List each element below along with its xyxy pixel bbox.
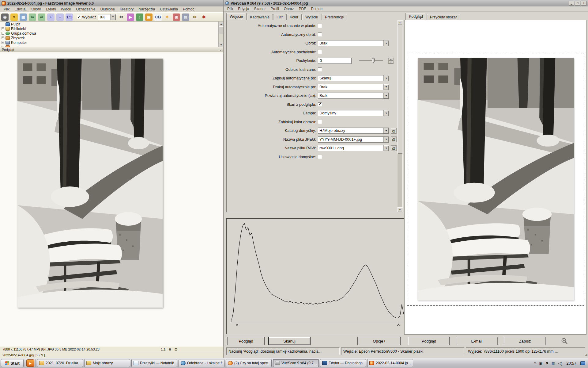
field-dropdown[interactable]: YYYY-MM-DD-0001+.jpg▼	[318, 136, 389, 143]
save-as-icon[interactable]: ▦	[20, 13, 27, 21]
settings-scrollbar[interactable]: ▲ ▼	[398, 20, 402, 212]
filename-token-button[interactable]: @	[391, 145, 397, 151]
menu-item[interactable]: Efekty	[43, 6, 58, 12]
menu-item[interactable]: Pomoc	[180, 6, 197, 12]
options-button[interactable]: Opcje+	[357, 337, 401, 345]
volume-icon[interactable]: ◁)	[558, 361, 562, 366]
dropdown-arrow-icon[interactable]: ▼	[383, 145, 389, 151]
tree-expander[interactable]: −	[2, 41, 4, 44]
menu-item[interactable]: Plik	[1, 6, 12, 12]
field-dropdown[interactable]: Brak▼	[318, 40, 389, 46]
preview-panel-header[interactable]: Podgląd ⌄	[0, 48, 223, 52]
tree-expander[interactable]: +	[2, 36, 4, 39]
acquire-scan-icon[interactable]: ▤	[182, 13, 189, 21]
spin-down-button[interactable]: ▼	[388, 61, 394, 64]
scan-button[interactable]: Skanuj	[268, 337, 311, 345]
scroll-thumb[interactable]	[219, 26, 223, 34]
preview-button[interactable]: Podgląd	[227, 337, 265, 345]
spin-up-button[interactable]: ▲	[388, 58, 394, 61]
hidden-icons-chevron[interactable]: ^	[534, 361, 536, 366]
tree-item[interactable]: + Biblioteki	[0, 26, 223, 31]
preview-button-right[interactable]: Podgląd	[408, 337, 450, 345]
task-button[interactable]: Edytor — Photoshop ...	[320, 359, 366, 367]
field-dropdown[interactable]: H:\Moje obrazy▼	[318, 128, 389, 134]
filename-token-button[interactable]: @	[391, 128, 397, 134]
tab[interactable]: Kolor	[286, 14, 302, 20]
menu-item[interactable]: Plik	[225, 6, 236, 12]
tree-item[interactable]: Pulpit	[0, 22, 223, 26]
field-checkbox[interactable]	[318, 120, 322, 124]
tree-item[interactable]: + Zbyszek	[0, 36, 223, 40]
actual-size-icon[interactable]: 1:1	[66, 13, 73, 21]
clock[interactable]: 20:57	[565, 361, 578, 366]
menu-item[interactable]: Ulubione	[98, 6, 117, 12]
field-checkbox[interactable]	[318, 24, 322, 28]
task-button[interactable]: Odebrane - Lokalne f...	[179, 359, 224, 367]
tree-item[interactable]: + Grupa domowa	[0, 31, 223, 36]
scroll-thumb[interactable]	[398, 25, 402, 154]
adjust-colors-icon[interactable]: CB	[154, 13, 162, 21]
menu-item[interactable]: PDF	[296, 6, 308, 12]
tree-expander[interactable]: +	[2, 32, 4, 35]
dropdown-arrow-icon[interactable]: ▼	[383, 40, 389, 46]
tab[interactable]: Preferencje	[322, 14, 347, 20]
field-checkbox[interactable]	[318, 102, 322, 106]
crop-selection-frame[interactable]	[407, 53, 584, 306]
field-spinner[interactable]: ▲▼	[388, 58, 394, 64]
zoom-in-preview-icon[interactable]	[559, 337, 570, 345]
menu-item[interactable]: Kreatory	[117, 6, 136, 12]
zoom-combo[interactable]: 8% ▼	[98, 14, 116, 20]
task-button[interactable]: (2) Czy sa tutaj spec...	[226, 359, 272, 367]
filename-token-button[interactable]: @	[391, 136, 397, 142]
task-button[interactable]: 2022-02-14-0004.jp...	[367, 359, 413, 367]
email-button[interactable]: E-mail	[456, 337, 498, 345]
scanned-photo[interactable]	[418, 58, 574, 301]
window-control-button[interactable]: ×	[581, 1, 586, 6]
window-control-button[interactable]: □	[575, 1, 580, 6]
field-dropdown[interactable]: raw0001+.dng▼	[318, 145, 389, 151]
dropdown-arrow-icon[interactable]: ▼	[383, 75, 389, 81]
photo-image[interactable]	[17, 59, 163, 308]
action-center-flag-icon[interactable]: ⚑	[545, 361, 549, 366]
slideshow-icon[interactable]: ▶	[127, 13, 134, 21]
start-button[interactable]: Start	[1, 359, 24, 367]
dropdown-arrow-icon[interactable]: ▼	[383, 93, 389, 98]
scanner-tray-icon[interactable]: ▣	[539, 361, 542, 366]
open-file-icon[interactable]: ◉	[1, 13, 9, 21]
scroll-up-button[interactable]: ▲	[219, 22, 223, 26]
field-dropdown[interactable]: Domyślny▼	[318, 110, 389, 116]
red-eye-icon[interactable]: ◉	[173, 13, 180, 21]
resize-icon[interactable]: ↕	[136, 13, 143, 21]
tab[interactable]: Wyjście	[302, 14, 321, 20]
crop-icon[interactable]: ▣	[145, 13, 153, 21]
scroll-down-button[interactable]: ▼	[219, 43, 223, 47]
dropdown-arrow-icon[interactable]: ▼	[383, 110, 389, 116]
task-button[interactable]: Przesyłki — Notatnik	[131, 359, 177, 367]
field-dropdown[interactable]: Brak▼	[318, 93, 389, 99]
show-desktop-icon[interactable]	[580, 361, 585, 365]
menu-item[interactable]: Oznaczanie	[74, 6, 98, 12]
quick-launch-icon[interactable]: ▶	[26, 359, 34, 367]
menu-item[interactable]: Obraz	[281, 6, 296, 12]
menu-item[interactable]: Widok	[58, 6, 74, 12]
open-folder-icon[interactable]: ▼	[10, 13, 18, 21]
menu-item[interactable]: Edycja	[236, 6, 251, 12]
histogram-marker[interactable]	[236, 324, 239, 326]
field-dropdown[interactable]: Skanuj▼	[318, 75, 389, 81]
field-slider[interactable]	[359, 58, 383, 63]
menu-item[interactable]: Kolory	[28, 6, 43, 12]
status-zoom-icon[interactable]: ⊕	[169, 347, 172, 351]
field-checkbox[interactable]	[318, 33, 322, 36]
scroll-down-button[interactable]: ▼	[398, 207, 402, 212]
vuescan-titlebar[interactable]: VueScan 9 x64 (9.7.53) - 2022-02-14-0004…	[224, 0, 588, 6]
window-control-button[interactable]: _	[569, 1, 574, 6]
dropdown-arrow-icon[interactable]: ▼	[383, 84, 389, 90]
tree-scrollbar[interactable]: ▲ ▼	[218, 22, 223, 47]
field-checkbox[interactable]	[318, 155, 322, 159]
status-zoom-icon[interactable]: ⊡	[175, 347, 177, 351]
previous-image-icon[interactable]: ⇦	[29, 13, 36, 21]
status-zoom-icon[interactable]: 1:1	[161, 347, 165, 351]
tree-item[interactable]: − Komputer	[0, 40, 223, 45]
select-tool-icon[interactable]: ✄	[118, 13, 125, 21]
next-image-icon[interactable]: ⇨	[38, 13, 45, 21]
